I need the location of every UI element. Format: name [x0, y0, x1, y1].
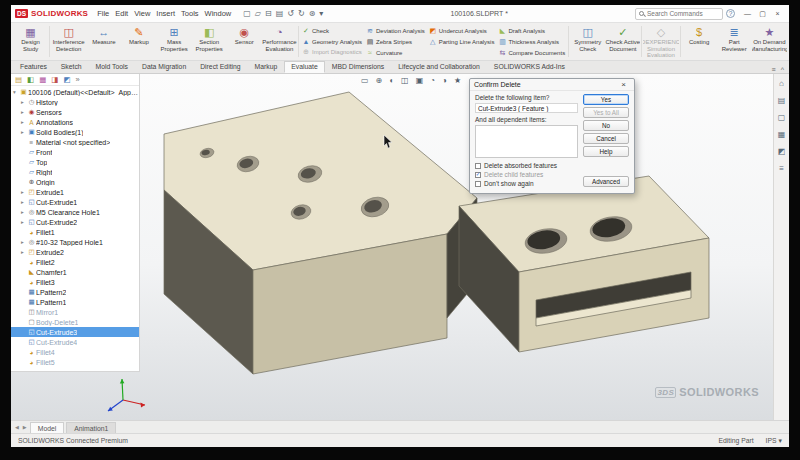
check-active-document-button[interactable]: ✓Check Active Document	[605, 24, 640, 59]
zoom-fit-icon[interactable]: ▭	[361, 76, 369, 85]
view-settings-icon[interactable]: ★	[454, 76, 461, 85]
previous-view-icon[interactable]: ◐	[389, 76, 394, 85]
tab-solidworks-add-ins[interactable]: SOLIDWORKS Add-Ins	[487, 61, 572, 73]
tree-item[interactable]: ▾▣100106 (Default)<<Default>_Appearance	[11, 87, 139, 97]
tab-sketch[interactable]: Sketch	[54, 61, 89, 73]
tree-item[interactable]: ▱Top	[11, 157, 139, 167]
appearances-icon[interactable]: ◩	[778, 147, 786, 156]
view-orientation-icon[interactable]: ▣	[416, 76, 424, 85]
tree-item[interactable]: ≡Material <not specified>	[11, 137, 139, 147]
menu-edit[interactable]: Edit	[112, 9, 131, 18]
menu-window[interactable]: Window	[202, 9, 235, 18]
tree-item[interactable]: ◕Fillet2	[11, 257, 139, 267]
menu-tools[interactable]: Tools	[178, 9, 202, 18]
tree-flyout-icon[interactable]: »	[75, 75, 79, 84]
propertymanager-tab-icon[interactable]: ◧	[27, 75, 34, 84]
thickness-analysis-button[interactable]: ▥Thickness Analysis	[498, 38, 565, 46]
tree-item[interactable]: ▸▣Solid Bodies(1)	[11, 127, 139, 137]
design-library-icon[interactable]: ▤	[778, 96, 786, 105]
yes-button[interactable]: Yes	[583, 94, 629, 105]
parting-line-analysis-button[interactable]: △Parting Line Analysis	[429, 38, 495, 46]
tree-item[interactable]: ⊕Origin	[11, 177, 139, 187]
units-selector[interactable]: IPS ▾	[766, 437, 782, 445]
tree-item[interactable]: ▦LPattern2	[11, 287, 139, 297]
cancel-button[interactable]: Cancel	[583, 133, 629, 144]
zebra-stripes-button[interactable]: ▤Zebra Stripes	[366, 38, 425, 46]
close-icon[interactable]: ×	[617, 80, 630, 89]
geometry-analysis-button[interactable]: ▲Geometry Analysis	[302, 38, 362, 45]
zoom-to-area-icon[interactable]: ⊕	[376, 76, 383, 85]
part-reviewer-button[interactable]: ≣Part Reviewer	[717, 24, 752, 59]
minimize-button[interactable]: —	[740, 7, 755, 21]
undo-icon[interactable]: ↺	[287, 9, 294, 19]
tree-item[interactable]: ◫Mirror1	[11, 307, 139, 317]
tab-evaluate[interactable]: Evaluate	[284, 61, 324, 73]
tree-item[interactable]: ▸◎M5 Clearance Hole1	[11, 207, 139, 217]
tree-item[interactable]: ◱Cut-Extrude3	[11, 327, 139, 337]
maximize-button[interactable]: ▢	[755, 7, 770, 21]
tab-scroll-right-icon[interactable]: ▶	[22, 424, 28, 430]
tab-mbd-dimensions[interactable]: MBD Dimensions	[325, 61, 392, 73]
close-button[interactable]: ×	[770, 7, 785, 21]
tree-item[interactable]: ▸◉Sensors	[11, 107, 139, 117]
tree-item[interactable]: ▸◱Cut-Extrude1	[11, 197, 139, 207]
performance-evaluation-button[interactable]: ◔Performance Evaluation	[262, 24, 297, 59]
new-file-icon[interactable]: ▢	[243, 9, 251, 19]
collapse-ribbon-icon[interactable]: ^	[781, 66, 784, 73]
tree-item[interactable]: ▸◰Extrude1	[11, 187, 139, 197]
compare-documents-button[interactable]: ⇆Compare Documents	[498, 49, 565, 57]
interference-detection-button[interactable]: ◫Interference Detection	[51, 24, 86, 59]
check-button[interactable]: ✓Check	[302, 27, 362, 35]
ribbon-options-icon[interactable]: ≡	[772, 66, 776, 73]
tab-direct-editing[interactable]: Direct Editing	[193, 61, 247, 73]
curvature-button[interactable]: ≈Curvature	[366, 49, 425, 56]
on-demand-manufacturing-button[interactable]: ★On Demand Manufacturing	[752, 24, 787, 59]
tree-item[interactable]: ◕Fillet1	[11, 227, 139, 237]
doc-tab-animation1[interactable]: Animation1	[66, 422, 116, 433]
tree-item[interactable]: ◱Cut-Extrude4	[11, 337, 139, 347]
menu-file[interactable]: File	[94, 9, 112, 18]
redo-icon[interactable]: ↻	[298, 9, 305, 19]
undercut-analysis-button[interactable]: ◩Undercut Analysis	[429, 27, 495, 35]
dimxpertmanager-tab-icon[interactable]: ◨	[51, 75, 58, 84]
tab-markup[interactable]: Markup	[248, 61, 285, 73]
display-style-icon[interactable]: ◔	[430, 76, 435, 85]
tree-item[interactable]: ◣Chamfer1	[11, 267, 139, 277]
help-button[interactable]: Help	[583, 146, 629, 157]
home-icon[interactable]: ⌂	[779, 79, 784, 88]
advanced-button[interactable]: Advanced	[583, 176, 629, 187]
delete-absorbed-features-checkbox[interactable]: Delete absorbed features	[475, 162, 578, 169]
print-icon[interactable]: ▤	[276, 9, 284, 19]
search-input[interactable]	[647, 10, 717, 17]
command-search[interactable]	[635, 8, 723, 20]
tree-item[interactable]: ▢Body-Delete1	[11, 317, 139, 327]
tree-item[interactable]: ▸◰Extrude2	[11, 247, 139, 257]
menu-view[interactable]: View	[131, 9, 153, 18]
tab-scroll-left-icon[interactable]: ◀	[14, 424, 20, 430]
section-view-icon[interactable]: ◫	[401, 76, 409, 85]
tree-item[interactable]: ▱Right	[11, 167, 139, 177]
save-icon[interactable]: ⊟	[265, 9, 272, 19]
costing-button[interactable]: $Costing	[682, 24, 717, 59]
tab-data-migration[interactable]: Data Migration	[135, 61, 193, 73]
help-icon[interactable]: ?	[726, 9, 735, 18]
sensor-button[interactable]: ◉Sensor	[227, 24, 262, 59]
draft-analysis-button[interactable]: ◣Draft Analysis	[498, 27, 565, 35]
tree-item[interactable]: ▦LPattern1	[11, 297, 139, 307]
mass-properties-button[interactable]: ⊞Mass Properties	[157, 24, 192, 59]
tree-item[interactable]: ◕Fillet5	[11, 357, 139, 367]
tree-item[interactable]: ◕Fillet4	[11, 347, 139, 357]
doc-tab-model[interactable]: Model	[30, 422, 65, 433]
menu-insert[interactable]: Insert	[153, 9, 178, 18]
no-button[interactable]: No	[583, 120, 629, 131]
hide-show-items-icon[interactable]: ◑	[442, 76, 447, 85]
tree-item[interactable]: ▱Front	[11, 147, 139, 157]
file-explorer-icon[interactable]: ▢	[778, 113, 786, 122]
featuremanager-tab-icon[interactable]: ▤	[15, 75, 22, 84]
open-file-icon[interactable]: ▱	[255, 9, 261, 19]
markup-button[interactable]: ✎Markup	[121, 24, 156, 59]
tree-item[interactable]: ▸◎#10-32 Tapped Hole1	[11, 237, 139, 247]
tab-mold-tools[interactable]: Mold Tools	[89, 61, 135, 73]
deviation-analysis-button[interactable]: ≋Deviation Analysis	[366, 27, 425, 35]
measure-button[interactable]: ↔Measure	[86, 24, 121, 59]
